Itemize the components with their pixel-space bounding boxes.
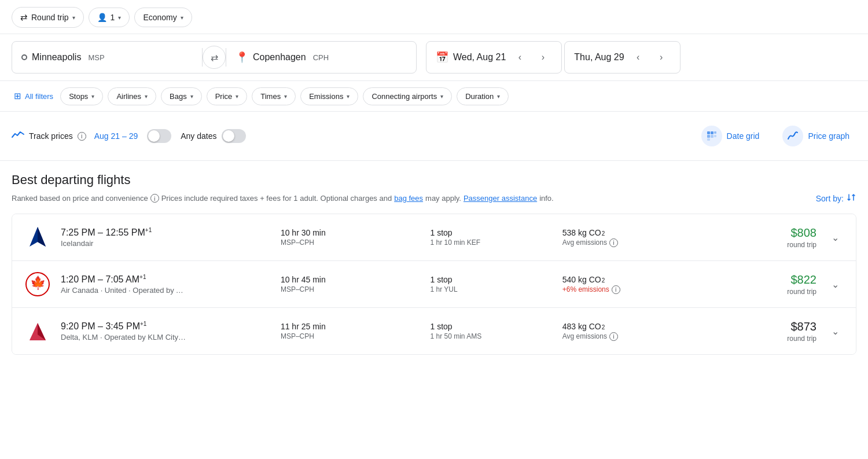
return-date-field[interactable]: Thu, Aug 29 ‹ ›	[564, 41, 680, 74]
all-filters-button[interactable]: ⊞ All filters	[12, 87, 56, 105]
connecting-airports-filter-button[interactable]: Connecting airports ▾	[363, 87, 452, 105]
flight-price: $822 round trip	[747, 273, 816, 296]
passengers-button[interactable]: 👤 1 ▾	[89, 8, 130, 27]
date-grid-button[interactable]: Date grid	[694, 121, 767, 151]
bags-filter-button[interactable]: Bags ▾	[161, 87, 202, 105]
flight-airline-name: Delta, KLM · Operated by KLM Cityhopper	[61, 333, 188, 342]
date-grid-label: Date grid	[727, 131, 760, 141]
search-bar: Minneapolis MSP ⇄ 📍 Copenhagen CPH 📅 Wed…	[0, 34, 868, 81]
origin-code: MSP	[88, 53, 104, 62]
origin-city: Minneapolis	[32, 52, 81, 63]
svg-rect-1	[711, 131, 713, 134]
connecting-airports-label: Connecting airports	[372, 92, 437, 101]
person-icon: 👤	[97, 13, 107, 22]
emissions-value: 540 kg CO2	[562, 275, 738, 284]
duration-route: MSP–CPH	[281, 332, 421, 340]
main-content: Best departing flights Ranked based on p…	[0, 161, 868, 366]
filter-sliders-icon: ⊞	[14, 91, 21, 101]
trip-type-label: Round trip	[31, 13, 69, 22]
flight-expand-button[interactable]: ⌄	[826, 228, 844, 247]
emissions-chevron-icon: ▾	[347, 93, 350, 100]
price-chevron-icon: ▾	[236, 93, 238, 100]
chevron-down-icon: ⌄	[832, 326, 839, 337]
svg-rect-3	[711, 135, 713, 138]
sort-by-button[interactable]: Sort by:	[816, 192, 856, 204]
any-dates-group: Any dates	[181, 129, 245, 143]
track-section: Track prices i Aug 21 – 29 Any dates	[0, 112, 868, 161]
airlines-filter-button[interactable]: Airlines ▾	[108, 87, 156, 105]
origin-field[interactable]: Minneapolis MSP	[12, 42, 202, 73]
return-date: Thu, Aug 29	[574, 52, 624, 63]
bag-fees-link[interactable]: bag fees	[394, 194, 423, 203]
flight-times: 7:25 PM – 12:55 PM+1 Icelandair	[61, 227, 271, 248]
depart-prev-button[interactable]: ‹	[510, 48, 529, 67]
subtitle-info-icon[interactable]: i	[150, 194, 159, 203]
top-bar: ⇄ Round trip ▾ 👤 1 ▾ Economy ▾	[0, 0, 868, 34]
connecting-airports-chevron-icon: ▾	[440, 93, 443, 100]
trip-type-button[interactable]: ⇄ Round trip ▾	[12, 7, 84, 28]
cabin-button[interactable]: Economy ▾	[134, 8, 192, 27]
flight-emissions: 538 kg CO2 Avg emissions i	[562, 228, 738, 247]
flight-times: 1:20 PM – 7:05 AM+1 Air Canada · United …	[61, 274, 271, 295]
duration-time: 11 hr 25 min	[281, 322, 421, 331]
aircanada-logo-icon: 🍁	[25, 271, 50, 297]
date-section: 📅 Wed, Aug 21 ‹ › Thu, Aug 29 ‹ ›	[426, 41, 681, 74]
origin-destination-field[interactable]: Minneapolis MSP ⇄ 📍 Copenhagen CPH	[12, 41, 417, 74]
delta-logo-icon	[25, 318, 50, 344]
airline-logo: 🍁	[24, 270, 52, 298]
flight-row[interactable]: 🍁 1:20 PM – 7:05 AM+1 Air Canada · Unite…	[12, 261, 856, 308]
flight-price: $873 round trip	[747, 320, 816, 343]
emissions-filter-button[interactable]: Emissions ▾	[300, 87, 358, 105]
flight-expand-button[interactable]: ⌄	[826, 275, 844, 293]
emissions-value: 483 kg CO2	[562, 322, 738, 331]
sort-by-label: Sort by:	[816, 194, 844, 203]
emissions-value: 538 kg CO2	[562, 228, 738, 237]
price-graph-button[interactable]: Price graph	[775, 121, 856, 151]
airline-logo	[24, 223, 52, 251]
emissions-info-icon[interactable]: i	[609, 332, 618, 341]
track-date-range: Aug 21 – 29	[94, 131, 138, 141]
section-title: Best departing flights	[12, 172, 130, 188]
depart-next-button[interactable]: ›	[534, 48, 552, 67]
flight-row[interactable]: 9:20 PM – 3:45 PM+1 Delta, KLM · Operate…	[12, 308, 856, 354]
svg-text:🍁: 🍁	[30, 275, 46, 291]
flight-airline-name: Air Canada · United · Operated by Air Ca…	[61, 286, 188, 295]
flight-row[interactable]: 7:25 PM – 12:55 PM+1 Icelandair 10 hr 30…	[12, 214, 856, 261]
stops-filter-button[interactable]: Stops ▾	[60, 87, 103, 105]
flight-stops: 1 stop 1 hr 10 min KEF	[430, 228, 553, 247]
emissions-info-icon[interactable]: i	[612, 285, 620, 294]
flight-time-range: 9:20 PM – 3:45 PM+1	[61, 321, 271, 332]
return-prev-button[interactable]: ‹	[629, 48, 648, 67]
any-dates-toggle[interactable]	[222, 129, 246, 143]
times-filter-button[interactable]: Times ▾	[252, 87, 296, 105]
svg-marker-8	[38, 227, 46, 247]
stops-count: 1 stop	[430, 322, 553, 331]
swap-button[interactable]: ⇄	[203, 46, 226, 69]
times-chevron-icon: ▾	[284, 93, 287, 100]
track-info-icon[interactable]: i	[78, 132, 86, 141]
flight-stops: 1 stop 1 hr 50 min AMS	[430, 322, 553, 340]
destination-field[interactable]: 📍 Copenhagen CPH	[226, 42, 416, 73]
duration-time: 10 hr 45 min	[281, 275, 421, 284]
price-graph-icon	[782, 126, 803, 146]
flight-expand-button[interactable]: ⌄	[826, 322, 844, 340]
duration-label: Duration	[465, 92, 494, 101]
svg-rect-5	[714, 135, 716, 137]
return-next-button[interactable]: ›	[652, 48, 671, 67]
price-label: Price	[215, 92, 233, 101]
stops-detail: 1 hr 10 min KEF	[430, 238, 553, 247]
track-prices-toggle[interactable]	[147, 129, 171, 143]
filters-bar: ⊞ All filters Stops ▾ Airlines ▾ Bags ▾ …	[0, 81, 868, 112]
track-prices-label: Track prices	[29, 131, 73, 141]
any-dates-label: Any dates	[181, 131, 216, 141]
depart-date-field[interactable]: 📅 Wed, Aug 21 ‹ ›	[426, 41, 562, 74]
bags-chevron-icon: ▾	[190, 93, 193, 100]
svg-rect-2	[707, 135, 710, 138]
emissions-info-icon[interactable]: i	[609, 238, 618, 247]
price-filter-button[interactable]: Price ▾	[207, 87, 248, 105]
trip-type-chevron-icon: ▾	[72, 14, 75, 21]
passenger-assistance-link[interactable]: Passenger assistance	[464, 194, 537, 203]
duration-filter-button[interactable]: Duration ▾	[457, 87, 509, 105]
stops-chevron-icon: ▾	[91, 93, 94, 100]
stops-count: 1 stop	[430, 228, 553, 237]
